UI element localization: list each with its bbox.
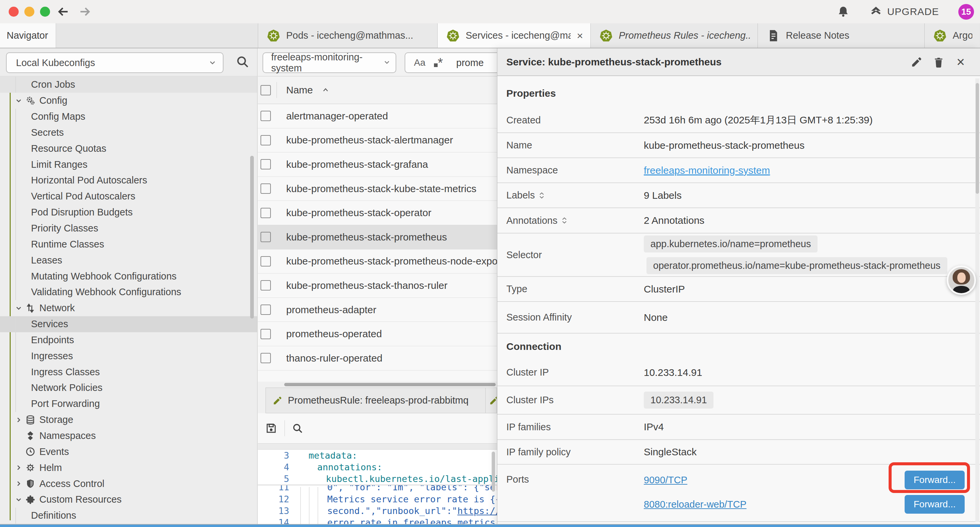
sidebar-item-port-forwarding[interactable]: Port Forwarding xyxy=(0,396,257,412)
sidebar-item-ingress-classes[interactable]: Ingress Classes xyxy=(0,364,257,380)
row-checkbox[interactable] xyxy=(261,135,271,145)
table-row[interactable]: kube-prometheus-stack-alertmanager xyxy=(258,128,497,153)
row-checkbox[interactable] xyxy=(261,159,271,169)
row-checkbox[interactable] xyxy=(261,232,271,242)
yaml-editor[interactable]: 3metadata:4annotations:5kubectl.kubernet… xyxy=(258,450,497,527)
tab-argo-se[interactable]: Argo Se xyxy=(924,23,980,48)
notification-count-badge[interactable]: 15 xyxy=(958,4,974,20)
column-header-name[interactable]: Name xyxy=(286,84,313,96)
sidebar-item-network[interactable]: Network xyxy=(0,300,257,316)
sidebar-item-definitions[interactable]: Definitions xyxy=(0,508,257,524)
tab-release-notes[interactable]: Release Notes xyxy=(758,23,924,48)
regex-toggle-icon[interactable]: * xyxy=(434,56,443,69)
forward-button[interactable]: Forward... xyxy=(905,495,965,514)
tab-navigator[interactable]: Navigator xyxy=(0,23,56,48)
close-icon[interactable]: × xyxy=(955,56,967,68)
sidebar-scrollbar[interactable] xyxy=(250,156,254,318)
window-close-button[interactable] xyxy=(9,7,19,17)
forward-icon[interactable] xyxy=(77,4,92,19)
sidebar-item-horizontal-pod-autoscalers[interactable]: Horizontal Pod Autoscalers xyxy=(0,172,257,188)
sidebar-item-helm[interactable]: Helm xyxy=(0,460,257,476)
tab-services-icecheng-math[interactable]: Services - icecheng@math...× xyxy=(438,23,591,48)
notifications-bell-icon[interactable] xyxy=(837,5,850,18)
dock-tab-prometheusrule[interactable]: PrometheusRule: freeleaps-prod-rabbitmq xyxy=(266,388,486,413)
port-link[interactable]: 8080:reloader-web/TCP xyxy=(644,499,746,510)
row-checkbox[interactable] xyxy=(261,353,271,363)
row-checkbox[interactable] xyxy=(261,111,271,121)
sidebar-item-vertical-pod-autoscalers[interactable]: Vertical Pod Autoscalers xyxy=(0,188,257,204)
sidebar-search-icon[interactable] xyxy=(235,54,250,69)
chevron-down-icon[interactable] xyxy=(15,496,23,504)
editor-search-icon[interactable] xyxy=(291,422,304,434)
chevron-right-icon[interactable] xyxy=(15,480,23,488)
sort-updown-icon[interactable] xyxy=(561,216,568,225)
row-checkbox[interactable] xyxy=(261,208,271,218)
table-row[interactable]: kube-prometheus-stack-prometheus-node-ex… xyxy=(258,250,497,274)
edit-pencil-icon[interactable] xyxy=(911,56,923,68)
sidebar-item-validating-webhook-configurations[interactable]: Validating Webhook Configurations xyxy=(0,284,257,300)
table-row[interactable]: alertmanager-operated xyxy=(258,104,497,128)
sidebar-item-pod-disruption-budgets[interactable]: Pod Disruption Budgets xyxy=(0,204,257,220)
table-row[interactable]: kube-prometheus-stack-kube-state-metrics xyxy=(258,177,497,201)
sidebar-item-cron-jobs[interactable]: Cron Jobs xyxy=(0,77,257,93)
namespace-select[interactable]: freeleaps-monitoring-system xyxy=(262,53,396,73)
sidebar-item-custom-resources[interactable]: Custom Resources xyxy=(0,492,257,508)
save-icon[interactable] xyxy=(265,422,277,434)
row-checkbox[interactable] xyxy=(261,329,271,339)
horizontal-scrollbar[interactable] xyxy=(258,382,497,388)
close-tab-icon[interactable]: × xyxy=(577,30,583,41)
table-row[interactable]: kube-prometheus-stack-prometheus xyxy=(258,225,497,250)
sidebar-item-leases[interactable]: Leases xyxy=(0,252,257,268)
sidebar-item-config-maps[interactable]: Config Maps xyxy=(0,109,257,125)
chevron-right-icon[interactable] xyxy=(15,416,23,424)
tab-pods-icecheng-mathmas[interactable]: Pods - icecheng@mathmas... xyxy=(258,23,438,48)
row-checkbox[interactable] xyxy=(261,183,271,194)
dock-tab-next[interactable] xyxy=(486,388,497,413)
sidebar-item-network-policies[interactable]: Network Policies xyxy=(0,380,257,396)
user-avatar[interactable] xyxy=(947,266,976,295)
sort-ascending-icon[interactable] xyxy=(321,86,329,94)
match-case-toggle[interactable]: Aa xyxy=(414,57,425,68)
sidebar-item-secrets[interactable]: Secrets xyxy=(0,125,257,141)
chevron-down-icon[interactable] xyxy=(15,97,23,105)
row-checkbox[interactable] xyxy=(261,304,271,315)
table-row[interactable]: kube-prometheus-stack-thanos-ruler xyxy=(258,274,497,298)
sidebar-item-ingresses[interactable]: Ingresses xyxy=(0,348,257,364)
trash-icon[interactable] xyxy=(932,56,945,68)
sidebar-item-runtime-classes[interactable]: Runtime Classes xyxy=(0,236,257,252)
select-all-checkbox[interactable] xyxy=(261,85,271,96)
sidebar-item-access-control[interactable]: Access Control xyxy=(0,476,257,492)
drawer-scrollbar[interactable] xyxy=(975,78,979,522)
sidebar-item-mutating-webhook-configurations[interactable]: Mutating Webhook Configurations xyxy=(0,268,257,284)
table-row[interactable]: prometheus-operated xyxy=(258,322,497,346)
table-row[interactable]: kube-prometheus-stack-operator xyxy=(258,201,497,225)
editor-scrollbar-thumb[interactable] xyxy=(492,452,495,492)
sidebar-item-priority-classes[interactable]: Priority Classes xyxy=(0,220,257,236)
sidebar-item-services[interactable]: Services xyxy=(0,316,257,332)
kubeconfig-select[interactable]: Local Kubeconfigs xyxy=(6,53,223,73)
sidebar-item-events[interactable]: Events xyxy=(0,444,257,460)
tab-prometheus-rules-icecheng[interactable]: Prometheus Rules - icecheng... xyxy=(591,23,758,48)
table-row[interactable]: kube-prometheus-stack-grafana xyxy=(258,153,497,177)
port-link[interactable]: 9090/TCP xyxy=(644,474,687,486)
chevron-right-icon[interactable] xyxy=(15,463,23,471)
window-zoom-button[interactable] xyxy=(40,7,50,17)
sort-updown-icon[interactable] xyxy=(538,191,546,200)
row-checkbox[interactable] xyxy=(261,280,271,291)
chevron-down-icon[interactable] xyxy=(15,304,23,312)
table-row[interactable]: prometheus-adapter xyxy=(258,298,497,322)
drawer-scrollbar-thumb[interactable] xyxy=(976,83,979,194)
namespace-link[interactable]: freeleaps-monitoring-system xyxy=(644,165,770,176)
back-icon[interactable] xyxy=(56,4,71,19)
upgrade-button[interactable]: UPGRADE xyxy=(869,5,939,18)
sidebar-item-limit-ranges[interactable]: Limit Ranges xyxy=(0,156,257,172)
sidebar-item-config[interactable]: Config xyxy=(0,93,257,109)
sidebar-item-endpoints[interactable]: Endpoints xyxy=(0,332,257,348)
row-checkbox[interactable] xyxy=(261,256,271,266)
sidebar-item-storage[interactable]: Storage xyxy=(0,412,257,428)
horizontal-scrollbar-thumb[interactable] xyxy=(284,383,496,386)
window-minimize-button[interactable] xyxy=(24,7,34,17)
sidebar-item-resource-quotas[interactable]: Resource Quotas xyxy=(0,140,257,156)
table-row[interactable]: thanos-ruler-operated xyxy=(258,346,497,371)
sidebar-item-namespaces[interactable]: Namespaces xyxy=(0,428,257,444)
